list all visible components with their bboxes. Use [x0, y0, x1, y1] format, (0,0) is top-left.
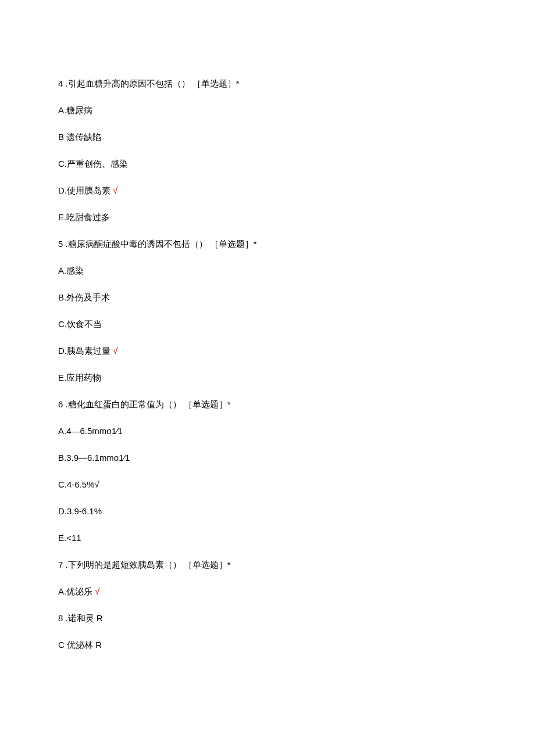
option: B.外伤及手术: [58, 291, 477, 304]
option: A.优泌乐 √: [58, 585, 477, 599]
option-label: D.胰岛素过量: [58, 346, 110, 356]
option-label: C.饮食不当: [58, 319, 102, 329]
option: C.饮食不当: [58, 317, 477, 331]
option: E.应用药物: [58, 371, 477, 385]
question-block: 7 .下列明的是超短效胰岛素（） ［单选题］*A.优泌乐 √8 .诺和灵 RC …: [58, 558, 477, 652]
option: D.使用胰岛素 √: [58, 184, 477, 198]
option: D.3.9-6.1%: [58, 504, 477, 518]
question-text: 7 .下列明的是超短效胰岛素（） ［单选题］*: [58, 558, 477, 572]
option: D.胰岛素过量 √: [58, 344, 477, 358]
option: E.<11: [58, 531, 477, 545]
question-text: 5 .糖尿病酮症酸中毒的诱因不包括（） ［单选题］*: [58, 237, 477, 251]
option-label: 8 .诺和灵 R: [58, 613, 103, 623]
question-text: 6 .糖化血红蛋白的正常值为（） ［单选题］*: [58, 397, 477, 411]
question-stem: .糖化血红蛋白的正常值为（） ［单选题］*: [63, 399, 230, 409]
option-label: E.<11: [58, 533, 81, 543]
option-label: E.吃甜食过多: [58, 212, 110, 222]
option: 8 .诺和灵 R: [58, 611, 477, 625]
question-stem: .下列明的是超短效胰岛素（） ［单选题］*: [63, 560, 230, 569]
option-label: A.4—6.5mmo1∕1: [58, 426, 123, 436]
check-icon: √: [110, 185, 117, 195]
option: C.4-6.5%√: [58, 478, 477, 492]
option-label: C.严重创伤、感染: [58, 159, 128, 169]
option-label: A.优泌乐: [58, 586, 92, 596]
option: E.吃甜食过多: [58, 210, 477, 224]
option: C.严重创伤、感染: [58, 157, 477, 171]
option: C 优泌林 R: [58, 638, 477, 652]
question-block: 4 .引起血糖升高的原因不包括（） ［单选题］*A.糖尿病B 遗传缺陷C.严重创…: [58, 77, 477, 224]
option: A.糖尿病: [58, 103, 477, 117]
option: A.感染: [58, 264, 477, 278]
option-label: B.外伤及手术: [58, 292, 110, 302]
option-label: D.使用胰岛素: [58, 185, 110, 195]
question-block: 5 .糖尿病酮症酸中毒的诱因不包括（） ［单选题］*A.感染B.外伤及手术C.饮…: [58, 237, 477, 385]
option: A.4—6.5mmo1∕1: [58, 424, 477, 438]
option-label: B 遗传缺陷: [58, 132, 101, 142]
question-stem: .糖尿病酮症酸中毒的诱因不包括（） ［单选题］*: [63, 239, 256, 249]
option-label: A.感染: [58, 266, 84, 275]
question-text: 4 .引起血糖升高的原因不包括（） ［单选题］*: [58, 77, 477, 91]
option: B.3.9—6.1mmo1∕1: [58, 451, 477, 465]
option-label: D.3.9-6.1%: [58, 506, 102, 516]
option-label: C.4-6.5%√: [58, 479, 99, 489]
question-stem: .引起血糖升高的原因不包括（） ［单选题］*: [63, 78, 239, 88]
check-icon: √: [92, 586, 99, 596]
option: B 遗传缺陷: [58, 130, 477, 144]
option-label: C 优泌林 R: [58, 640, 102, 650]
option-label: B.3.9—6.1mmo1∕1: [58, 453, 130, 463]
option-label: A.糖尿病: [58, 105, 92, 115]
option-label: E.应用药物: [58, 372, 101, 382]
question-block: 6 .糖化血红蛋白的正常值为（） ［单选题］*A.4—6.5mmo1∕1B.3.…: [58, 397, 477, 545]
check-icon: √: [110, 346, 117, 356]
